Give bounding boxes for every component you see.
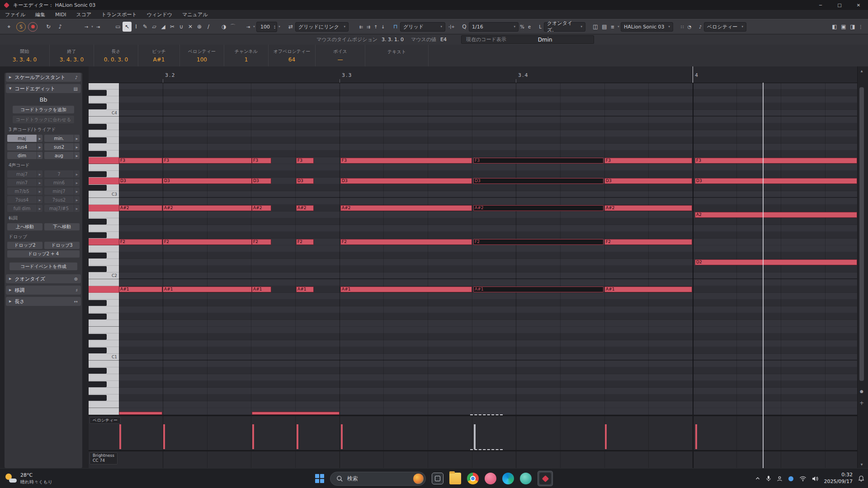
midi-note-F3[interactable]: F3: [296, 158, 314, 164]
section-length[interactable]: ▶ 長さ ↔: [6, 297, 81, 306]
weather-widget[interactable]: 28°C 晴れ時々くもり: [5, 472, 52, 484]
tray-teams-icon[interactable]: [788, 476, 794, 482]
piano-key-A#1[interactable]: [89, 286, 119, 293]
snap-button[interactable]: ⊓: [391, 22, 400, 32]
close-button[interactable]: ✕: [849, 0, 868, 10]
midi-note-F2[interactable]: F2: [340, 239, 472, 245]
midi-note-F3[interactable]: F3: [604, 158, 692, 164]
range-tool-button[interactable]: ▭: [113, 22, 123, 32]
erase-tool-button[interactable]: ▱: [150, 22, 159, 32]
tray-volume-icon[interactable]: [812, 476, 819, 482]
piano-key-F3[interactable]: [89, 157, 119, 164]
midi-note-low[interactable]: [119, 412, 162, 415]
piano-key-G#2[interactable]: [89, 218, 119, 225]
piano-key-E0[interactable]: [89, 408, 119, 415]
tray-notification-bell-icon[interactable]: [858, 475, 864, 482]
piano-key-G#1[interactable]: [89, 300, 119, 306]
menu-item[interactable]: MIDI: [50, 10, 71, 19]
taskbar-app-teal-icon[interactable]: [520, 473, 532, 484]
piano-key-B0[interactable]: [89, 361, 119, 367]
midi-note-F2[interactable]: F2: [473, 239, 604, 245]
nudge-right-button[interactable]: ⇉: [365, 22, 372, 32]
match-chord-track-button[interactable]: コードトラックに合わせる: [13, 116, 74, 123]
step-input-caret-icon[interactable]: ▾: [252, 25, 256, 28]
nudge-down-button[interactable]: ↓: [379, 22, 387, 32]
flyout-arrow-icon[interactable]: ▶: [74, 143, 80, 150]
curve-icon[interactable]: ⌒: [228, 22, 237, 32]
menu-item[interactable]: マニュアル: [177, 10, 212, 19]
flyout-arrow-icon[interactable]: ▶: [74, 170, 80, 178]
nudge-up-button[interactable]: ↑: [372, 22, 379, 32]
midi-note-A#2[interactable]: A#2: [340, 205, 472, 211]
midi-note-F2[interactable]: F2: [163, 239, 252, 245]
midi-note-A#1[interactable]: A#1: [163, 286, 252, 292]
tray-chevron-up-icon[interactable]: [755, 476, 760, 481]
zoom-tool-button[interactable]: ⊕: [195, 22, 204, 32]
piano-key-E3[interactable]: [89, 164, 119, 171]
taskbar-app-desktop-icon[interactable]: [432, 473, 443, 484]
info-column[interactable]: 終了3. 4. 3. 0: [50, 45, 94, 66]
flyout-arrow-icon[interactable]: ▶: [74, 179, 80, 186]
chord-type-button--3[interactable]: ドロップ3: [44, 242, 80, 249]
midi-note-A#2[interactable]: A#2: [163, 205, 252, 211]
midi-note-F3[interactable]: F3: [340, 158, 472, 164]
midi-note-F3[interactable]: F3: [119, 158, 162, 164]
midi-note-F2[interactable]: F2: [119, 239, 162, 245]
chord-type-button-minj7[interactable]: minj7: [44, 188, 74, 195]
info-column[interactable]: テキスト: [365, 45, 429, 66]
info-column[interactable]: 長さ0. 0. 3. 0: [94, 45, 138, 66]
windows-start-button[interactable]: [315, 474, 324, 483]
length-quantize-icon[interactable]: L: [537, 22, 544, 32]
flyout-arrow-icon[interactable]: ▶: [74, 196, 80, 203]
draw-tool-button[interactable]: ✎: [141, 22, 150, 32]
chord-type-button-dim[interactable]: dim: [7, 152, 37, 159]
cc-lane[interactable]: [89, 451, 857, 468]
piano-key-A#3[interactable]: [89, 123, 119, 130]
velocity-down-icon[interactable]: ▾: [274, 27, 275, 29]
chord-type-button-sus4[interactable]: sus4: [7, 143, 37, 150]
left-zone-toggle-icon[interactable]: ◧: [830, 22, 839, 32]
autoscroll-button[interactable]: →: [83, 22, 90, 32]
flyout-arrow-icon[interactable]: ▶: [37, 135, 42, 142]
midi-note-A#2[interactable]: A#2: [604, 205, 692, 211]
zoom-plus-icon[interactable]: +: [858, 400, 866, 406]
timewarp-icon[interactable]: ◑: [219, 22, 228, 32]
iterative-quantize-icon[interactable]: %: [519, 22, 526, 32]
velocity-bar[interactable]: [341, 424, 343, 449]
minimize-button[interactable]: ─: [811, 0, 830, 10]
taskbar-app-cubase-active[interactable]: [538, 471, 553, 486]
section-transpose[interactable]: ▶ 移調 ♯: [6, 286, 81, 295]
maximize-button[interactable]: □: [830, 0, 849, 10]
piano-key-D4[interactable]: [89, 96, 119, 103]
trim-tool-button[interactable]: ◢: [159, 22, 168, 32]
lane-divider[interactable]: [89, 450, 857, 451]
midi-note-A#2[interactable]: A#2: [296, 205, 314, 211]
velocity-bar[interactable]: [163, 424, 165, 449]
piano-key-A1[interactable]: [89, 293, 119, 300]
line-tool-button[interactable]: ∕: [204, 22, 213, 32]
chord-type-button--[interactable]: 上へ移動: [7, 223, 42, 230]
taskbar-app-photos-icon[interactable]: [485, 473, 496, 484]
audition-icon[interactable]: ♪: [56, 22, 65, 32]
flyout-arrow-icon[interactable]: ▶: [37, 196, 42, 203]
flyout-arrow-icon[interactable]: ▶: [37, 205, 42, 212]
piano-key-F0[interactable]: [89, 401, 119, 408]
flyout-arrow-icon[interactable]: ▶: [37, 179, 42, 186]
mute-tool-button[interactable]: ✕: [186, 22, 195, 32]
project-cursor[interactable]: [763, 83, 764, 468]
midi-note-A#2[interactable]: A#2: [119, 205, 162, 211]
chord-type-button-aug[interactable]: aug: [44, 152, 74, 159]
setup-toolbar-icon[interactable]: ⋮: [857, 22, 864, 32]
midi-note-D3[interactable]: D3: [604, 178, 692, 184]
glue-tool-button[interactable]: ∪: [177, 22, 186, 32]
track-list-caret-icon[interactable]: ▾: [616, 25, 621, 28]
midi-note-A#2[interactable]: A#2: [473, 205, 604, 211]
piano-key-B1[interactable]: [89, 279, 119, 286]
piano-key-G#3[interactable]: [89, 137, 119, 144]
midi-note-A#1[interactable]: A#1: [473, 286, 604, 292]
add-chord-track-button[interactable]: コードトラックを追加: [13, 106, 74, 113]
piano-key-D2[interactable]: [89, 259, 119, 266]
ibeam-tool-button[interactable]: I: [132, 22, 141, 32]
piano-key-C2[interactable]: C2: [89, 272, 119, 279]
section-quantize[interactable]: ▶ クオンタイズ ⊕: [6, 274, 81, 283]
